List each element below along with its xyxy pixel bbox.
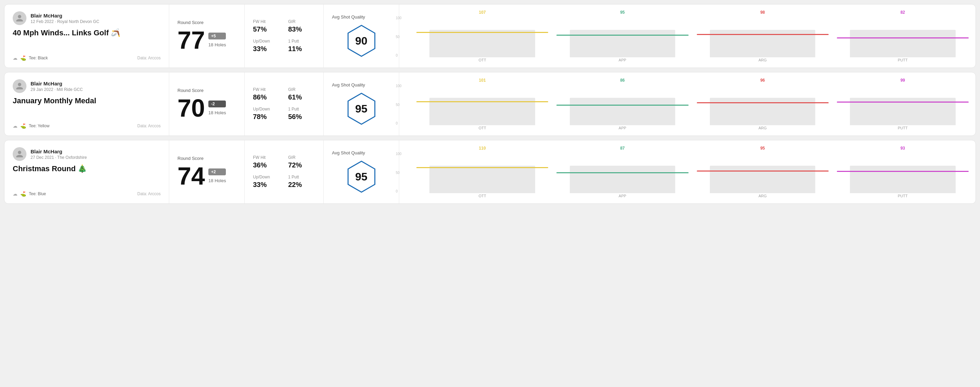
chart-bar-bg [710,98,815,125]
tee-label: Tee: Blue [29,192,46,196]
card-stats: FW Hit 86% GIR 61% Up/Down 78% 1 Putt 56… [245,72,324,135]
oneputt-label: 1 Putt [288,107,315,111]
round-title: January Monthly Medal [13,97,161,105]
chart-column [416,30,548,57]
player-info: Blair McHarg 29 Jan 2022 · Mill Ride GCC [13,79,161,93]
chart-column [837,166,969,193]
chart-value-label: 95 [557,10,688,15]
chart-line [697,102,829,103]
chart-value-label: 110 [416,146,548,151]
card-score: Round Score 70 -2 18 Holes [169,72,245,135]
card-left: Blair McHarg 27 Dec 2021 · The Oxfordshi… [5,140,169,203]
tee-icon: ⛳ [20,55,26,61]
tee-info: ☁ ⛳ Tee: Black [13,55,48,61]
chart-column [837,30,969,57]
updown-stat: Up/Down 33% [253,39,280,53]
chart-line [557,172,688,173]
data-source: Data: Arccos [137,56,161,60]
fw-hit-value: 57% [253,25,280,33]
round-title: Christmas Round 🎄 [13,164,161,173]
avatar [13,147,26,161]
hexagon-number: 90 [355,34,368,47]
card-footer: ☁ ⛳ Tee: Blue Data: Arccos [13,191,161,197]
avatar [13,11,26,25]
chart-value-label: 93 [837,146,969,151]
chart-line [416,167,548,168]
chart-value-label: 96 [697,78,829,82]
updown-label: Up/Down [253,107,280,111]
chart-column [557,166,688,193]
chart-bars [416,152,969,193]
chart-value-label: 99 [837,78,969,82]
gir-value: 72% [288,161,315,169]
round-card: Blair McHarg 27 Dec 2021 · The Oxfordshi… [4,140,976,204]
person-icon [16,150,24,158]
chart-x-label: OTT [416,58,548,62]
chart-value-label: 107 [416,10,548,15]
score-badge-wrapper: +2 18 Holes [208,168,226,183]
hexagon: 90 [344,24,379,58]
player-date-course: 29 Jan 2022 · Mill Ride GCC [30,87,83,92]
tee-icon: ⛳ [20,191,26,197]
player-info: Blair McHarg 12 Feb 2022 · Royal North D… [13,11,161,25]
chart-bar-bg [430,30,535,57]
oneputt-stat: 1 Putt 56% [288,107,315,121]
chart-y-axis: 100500 [396,84,402,125]
tee-info: ☁ ⛳ Tee: Yellow [13,123,49,128]
chart-y-axis: 100500 [396,152,402,193]
chart-column [697,166,829,193]
chart-value-label: 86 [557,78,688,82]
fw-hit-label: FW Hit [253,87,280,92]
chart-line [697,34,829,35]
gir-label: GIR [288,155,315,160]
score-label: Round Score [177,88,236,93]
chart-value-label: 98 [697,10,829,15]
fw-hit-stat: FW Hit 36% [253,155,280,169]
chart-value-label: 82 [837,10,969,15]
tee-label: Tee: Yellow [29,124,49,128]
weather-icon: ☁ [13,55,18,61]
chart-value-label: 87 [557,146,688,151]
player-name: Blair McHarg [30,81,83,86]
card-footer: ☁ ⛳ Tee: Yellow Data: Arccos [13,123,161,128]
card-quality: Avg Shot Quality 90 [324,5,399,68]
player-date-course: 27 Dec 2021 · The Oxfordshire [30,155,87,160]
chart-x-label: APP [557,194,688,198]
gir-value: 83% [288,25,315,33]
oneputt-value: 56% [288,113,315,121]
chart-x-label: APP [557,58,688,62]
fw-hit-value: 36% [253,161,280,169]
hexagon-number: 95 [355,102,368,115]
card-chart: 107959882100500 [399,5,975,68]
chart-bar-bg [570,30,675,57]
chart-bars [416,84,969,125]
chart-column [557,30,688,57]
score-holes: 18 Holes [208,42,226,48]
tee-icon: ⛳ [20,123,26,128]
score-label: Round Score [177,156,236,161]
score-holes: 18 Holes [208,110,226,115]
fw-hit-label: FW Hit [253,19,280,24]
chart-bar-bg [850,30,955,57]
fw-hit-value: 86% [253,93,280,101]
oneputt-label: 1 Putt [288,174,315,179]
updown-value: 33% [253,181,280,189]
chart-column [416,98,548,125]
chart-line [557,35,688,36]
card-score: Round Score 74 +2 18 Holes [169,140,245,203]
player-text: Blair McHarg 29 Jan 2022 · Mill Ride GCC [30,81,83,92]
fw-hit-label: FW Hit [253,155,280,160]
chart-bar-bg [570,98,675,125]
chart-bar-bg [430,166,535,193]
card-stats: FW Hit 36% GIR 72% Up/Down 33% 1 Putt 22… [245,140,324,203]
card-quality: Avg Shot Quality 95 [324,72,399,135]
card-score: Round Score 77 +5 18 Holes [169,5,245,68]
tee-info: ☁ ⛳ Tee: Blue [13,191,46,197]
chart-x-label: OTT [416,126,548,130]
chart-line [697,171,829,171]
chart-x-label: PUTT [837,58,969,62]
player-info: Blair McHarg 27 Dec 2021 · The Oxfordshi… [13,147,161,161]
chart-x-label: OTT [416,194,548,198]
gir-label: GIR [288,87,315,92]
chart-value-label: 101 [416,78,548,82]
